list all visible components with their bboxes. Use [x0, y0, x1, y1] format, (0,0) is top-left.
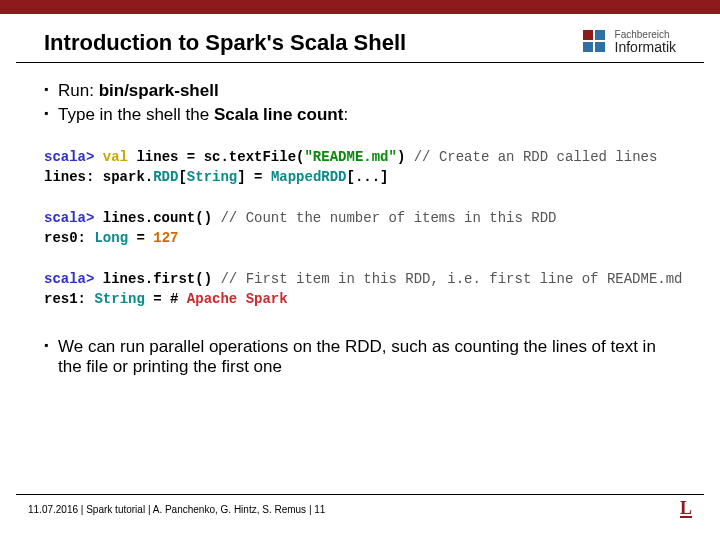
footer-text: 11.07.2016 | Spark tutorial | A. Panchen…: [28, 504, 325, 515]
bullet-list-bottom: We can run parallel operations on the RD…: [44, 337, 676, 377]
slide-footer: 11.07.2016 | Spark tutorial | A. Panchen…: [16, 494, 704, 518]
slide-body: Run: bin/spark-shell Type in the shell t…: [0, 63, 720, 377]
bullet-list-top: Run: bin/spark-shell Type in the shell t…: [44, 81, 676, 125]
footer-logo-icon: L: [680, 501, 692, 518]
code-line: scala> lines.count() // Count the number…: [44, 208, 676, 228]
bullet-bold: bin/spark-shell: [99, 81, 219, 100]
bullet-suffix: :: [343, 105, 348, 124]
code-block: scala> val lines = sc.textFile("README.m…: [44, 147, 676, 309]
code-line: lines: spark.RDD[String] = MappedRDD[...…: [44, 167, 676, 187]
department-logo: Fachbereich Informatik: [581, 28, 676, 56]
bullet-item: We can run parallel operations on the RD…: [44, 337, 676, 377]
bullet-text: Run:: [58, 81, 99, 100]
code-line: scala> val lines = sc.textFile("README.m…: [44, 147, 676, 167]
code-line: scala> lines.first() // First item in th…: [44, 269, 676, 289]
bullet-item: Run: bin/spark-shell: [44, 81, 676, 101]
code-line: [44, 188, 676, 208]
slide-title: Introduction to Spark's Scala Shell: [44, 30, 406, 56]
department-large: Informatik: [615, 40, 676, 55]
bullet-bold: Scala line count: [214, 105, 343, 124]
slide-header: Introduction to Spark's Scala Shell Fach…: [16, 14, 704, 63]
bullet-text: Type in the shell the: [58, 105, 214, 124]
code-line: res0: Long = 127: [44, 228, 676, 248]
code-line: [44, 248, 676, 268]
accent-bar: [0, 0, 720, 14]
code-line: res1: String = # Apache Spark: [44, 289, 676, 309]
bullet-text: We can run parallel operations on the RD…: [58, 337, 656, 376]
logo-squares-icon: [581, 28, 609, 56]
bullet-item: Type in the shell the Scala line count:: [44, 105, 676, 125]
department-text: Fachbereich Informatik: [615, 29, 676, 55]
